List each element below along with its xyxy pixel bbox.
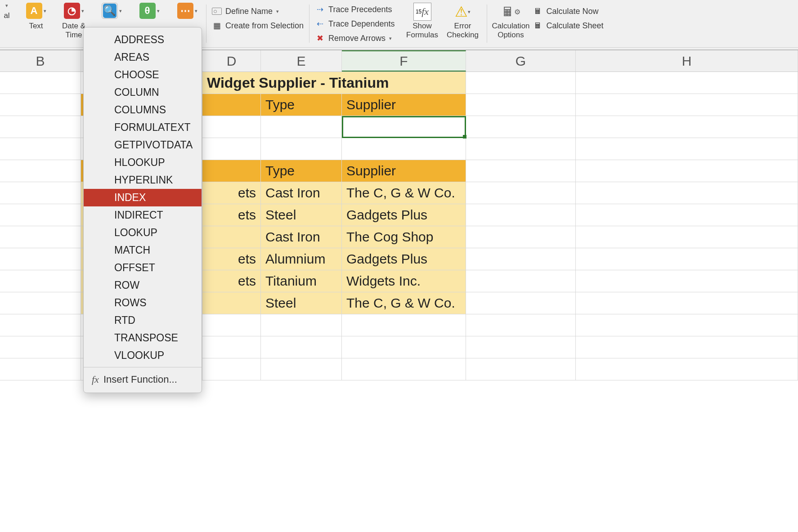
cell[interactable] <box>466 248 576 270</box>
cell[interactable]: ets <box>202 248 261 270</box>
cell[interactable] <box>466 314 576 336</box>
cell[interactable] <box>202 292 261 314</box>
cell[interactable]: ets <box>202 270 261 292</box>
cell[interactable] <box>202 116 261 138</box>
cell-type[interactable]: Alumnium <box>261 248 342 270</box>
dropdown-item-index[interactable]: INDEX <box>84 189 202 206</box>
trace-precedents-button[interactable]: ⇢ Trace Precedents <box>313 4 396 15</box>
financial-button-partial[interactable]: ▾ al <box>0 3 13 20</box>
dropdown-item-row[interactable]: ROW <box>84 277 202 294</box>
cell[interactable] <box>0 94 81 116</box>
cell[interactable] <box>576 358 798 380</box>
cell[interactable] <box>576 160 798 182</box>
dropdown-item-lookup[interactable]: LOOKUP <box>84 224 202 241</box>
cell-type[interactable]: Steel <box>261 204 342 226</box>
cell[interactable] <box>576 182 798 204</box>
cell[interactable] <box>202 314 261 336</box>
cell[interactable] <box>202 138 261 160</box>
dropdown-item-offset[interactable]: OFFSET <box>84 259 202 277</box>
show-formulas-button[interactable]: 15 fx Show Formulas <box>402 3 443 39</box>
cell[interactable]: ets <box>202 204 261 226</box>
cell[interactable] <box>202 358 261 380</box>
cell[interactable] <box>0 182 81 204</box>
cell[interactable] <box>261 358 342 380</box>
cell-type[interactable]: Cast Iron <box>261 182 342 204</box>
cell[interactable] <box>466 138 576 160</box>
cell[interactable] <box>0 314 81 336</box>
cell[interactable] <box>0 248 81 270</box>
dropdown-item-columns[interactable]: COLUMNS <box>84 101 202 119</box>
dropdown-item-areas[interactable]: AREAS <box>84 49 202 66</box>
insert-function-button[interactable]: fxInsert Function... <box>84 370 202 380</box>
cell[interactable] <box>0 204 81 226</box>
col-header-D[interactable]: D <box>202 50 261 72</box>
dropdown-item-hlookup[interactable]: HLOOKUP <box>84 154 202 171</box>
cell[interactable] <box>576 248 798 270</box>
cell-supplier[interactable]: The Cog Shop <box>342 226 466 248</box>
cell[interactable] <box>0 116 81 138</box>
cell[interactable]: ets <box>202 182 261 204</box>
text-functions-button[interactable]: A▾ Text <box>21 3 51 31</box>
dropdown-item-formulatext[interactable]: FORMULATEXT <box>84 119 202 136</box>
dropdown-item-rtd[interactable]: RTD <box>84 312 202 329</box>
cell[interactable] <box>0 270 81 292</box>
cell-supplier[interactable]: The C, G & W Co. <box>342 182 466 204</box>
define-name-button[interactable]: Define Name ▾ <box>210 5 305 17</box>
cell[interactable] <box>466 336 576 358</box>
title-cell[interactable]: Widget Supplier - Titanium <box>202 72 466 94</box>
cell[interactable] <box>466 94 576 116</box>
lookup-reference-button[interactable]: 🔍▾ <box>96 3 127 19</box>
cell[interactable] <box>261 116 342 138</box>
remove-arrows-button[interactable]: ✖ Remove Arrows ▾ <box>313 32 396 44</box>
cell-type[interactable]: Cast Iron <box>261 226 342 248</box>
dropdown-item-address[interactable]: ADDRESS <box>84 31 202 49</box>
cell[interactable] <box>576 72 798 94</box>
cell[interactable] <box>0 160 81 182</box>
header-supplier[interactable]: Supplier <box>342 94 466 116</box>
cell-supplier[interactable]: The C, G & W Co. <box>342 292 466 314</box>
cell[interactable] <box>342 314 466 336</box>
dropdown-item-indirect[interactable]: INDIRECT <box>84 206 202 224</box>
trace-dependents-button[interactable]: ⇠ Trace Dependents <box>313 18 396 30</box>
cell[interactable] <box>576 270 798 292</box>
cell[interactable] <box>342 358 466 380</box>
calculate-now-button[interactable]: 🖩 Calculate Now <box>531 5 605 17</box>
cell[interactable] <box>466 358 576 380</box>
dropdown-item-transpose[interactable]: TRANSPOSE <box>84 329 202 347</box>
dropdown-item-column[interactable]: COLUMN <box>84 84 202 101</box>
cell[interactable] <box>261 336 342 358</box>
cell[interactable] <box>202 160 261 182</box>
calculate-sheet-button[interactable]: 🖩 Calculate Sheet <box>531 20 605 31</box>
cell[interactable] <box>0 72 81 94</box>
cell[interactable] <box>342 138 466 160</box>
cell[interactable] <box>466 226 576 248</box>
col-header-B[interactable]: B <box>0 50 81 72</box>
cell[interactable] <box>466 160 576 182</box>
cell[interactable] <box>342 336 466 358</box>
active-cell[interactable] <box>342 116 466 138</box>
cell[interactable] <box>466 116 576 138</box>
col-header-G[interactable]: G <box>466 50 576 72</box>
header-supplier-2[interactable]: Supplier <box>342 160 466 182</box>
calculation-options-button[interactable]: 🖩⚙ Calculation Options <box>491 3 531 39</box>
cell[interactable] <box>202 94 261 116</box>
cell-type[interactable]: Titanium <box>261 270 342 292</box>
cell-type[interactable]: Steel <box>261 292 342 314</box>
cell[interactable] <box>0 292 81 314</box>
error-checking-button[interactable]: ⚠▾ Error Checking <box>443 3 483 39</box>
col-header-F[interactable]: F <box>342 50 466 72</box>
cell[interactable] <box>576 314 798 336</box>
cell[interactable] <box>466 182 576 204</box>
dropdown-item-vlookup[interactable]: VLOOKUP <box>84 347 202 364</box>
dropdown-item-getpivotdata[interactable]: GETPIVOTDATA <box>84 136 202 154</box>
cell[interactable] <box>0 358 81 380</box>
cell[interactable] <box>576 138 798 160</box>
cell[interactable] <box>0 226 81 248</box>
cell[interactable] <box>466 204 576 226</box>
cell[interactable] <box>466 292 576 314</box>
col-header-E[interactable]: E <box>261 50 342 72</box>
cell[interactable] <box>261 314 342 336</box>
cell[interactable] <box>576 116 798 138</box>
cell-supplier[interactable]: Gadgets Plus <box>342 204 466 226</box>
dropdown-item-rows[interactable]: ROWS <box>84 294 202 312</box>
